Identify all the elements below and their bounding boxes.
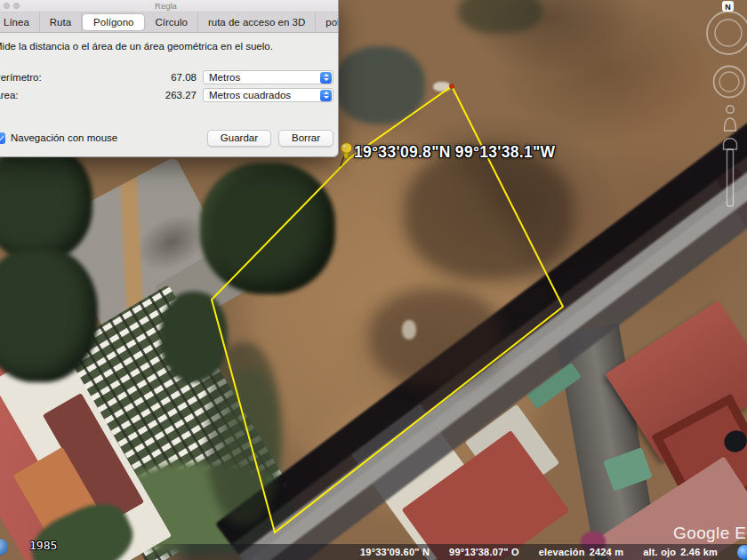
area-label: Área:: [0, 90, 19, 100]
status-elevation: elevación2424 m: [539, 547, 623, 557]
mouse-nav-label: Navegación con mouse: [11, 132, 117, 143]
status-longitude: 99°13'38.07" O: [449, 547, 519, 557]
tab-poligono-3d[interactable]: polígono en 3D: [316, 12, 339, 32]
clear-button[interactable]: Borrar: [278, 130, 333, 147]
select-stepper-icon: [320, 90, 332, 101]
tree-canopy: [458, 0, 542, 34]
perimeter-value: 67.08: [140, 72, 197, 83]
tree-canopy: [0, 144, 92, 261]
dialog-footer: Navegación con mouse Guardar Borrar: [0, 129, 333, 147]
tab-ruta-acceso-3d[interactable]: ruta de acceso en 3D: [198, 12, 316, 32]
shadow-area: [334, 46, 425, 124]
earth-icon: [737, 545, 747, 560]
perimeter-unit-select[interactable]: Metros: [203, 70, 333, 84]
dialog-title: Regla: [0, 1, 338, 11]
debris: [402, 320, 416, 340]
perimeter-row: Perímetro: 67.08 Metros: [0, 70, 333, 84]
debris: [433, 82, 451, 92]
pin-coordinate-label: 19°33'09.8"N 99°13'38.1"W: [354, 143, 555, 162]
tab-ruta[interactable]: Ruta: [40, 12, 82, 32]
scrub-area: [206, 342, 281, 524]
perimeter-label: Perímetro:: [0, 72, 42, 83]
dialog-titlebar[interactable]: Regla: [0, 0, 338, 12]
tab-circulo[interactable]: Círculo: [145, 12, 197, 32]
google-earth-logo: Google Earth: [673, 524, 747, 543]
status-bar: 19°33'09.60" N 99°13'38.07" O elevación2…: [0, 544, 747, 560]
tab-bar: Línea Ruta Polígono Círculo ruta de acce…: [0, 12, 338, 33]
area-value: 263.27: [140, 90, 197, 100]
status-latitude: 19°33'09.60" N: [360, 547, 430, 557]
area-unit-select[interactable]: Metros cuadrados: [203, 88, 333, 102]
tab-poligono[interactable]: Polígono: [83, 14, 144, 30]
status-eye-altitude: alt. ojo2.46 km: [643, 547, 718, 557]
dialog-description: Mide la distancia o el área de un área g…: [0, 41, 333, 52]
select-stepper-icon: [320, 72, 332, 84]
google-earth-window: 19°33'09.8"N 99°13'38.1"W N Google Earth…: [0, 0, 747, 560]
area-row: Área: 263.27 Metros cuadrados: [0, 88, 333, 102]
tree-canopy: [200, 163, 335, 294]
water-tank: [720, 427, 747, 456]
mouse-nav-checkbox[interactable]: [0, 132, 5, 144]
tab-linea[interactable]: Línea: [0, 12, 40, 32]
save-button[interactable]: Guardar: [207, 130, 271, 147]
ruler-dialog: Regla Línea Ruta Polígono Círculo ruta d…: [0, 0, 339, 157]
check-icon: [0, 132, 4, 140]
dirt-smudge: [369, 289, 502, 387]
tree-canopy: [0, 247, 98, 382]
dirt-smudge: [405, 147, 574, 280]
